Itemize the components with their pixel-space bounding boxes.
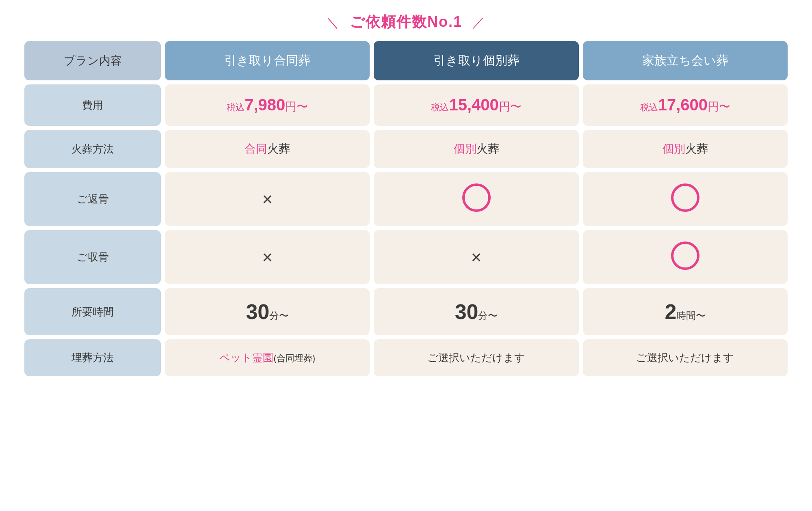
circle-mark-icon: [671, 183, 699, 212]
time-plan3: 2時間〜: [583, 288, 788, 335]
cost-row: 費用 税込7,980円〜 税込15,400円〜 税込17,600円〜: [24, 84, 788, 126]
x-mark-icon: ×: [262, 247, 273, 267]
header-plan3: 家族立ち会い葬: [583, 41, 788, 80]
page-wrapper: ＼ ご依頼件数No.1 ／ プラン内容 引き取り合同葬 引き取り個別葬 家族立ち…: [8, 8, 804, 392]
header-plan1: 引き取り合同葬: [165, 41, 370, 80]
burial-plan2: ご選択いただけます: [374, 339, 578, 376]
banner-text: ＼ ご依頼件数No.1 ／: [326, 13, 486, 30]
collect-bones-row: ご収骨 × ×: [24, 230, 788, 284]
collect-bones-plan1: ×: [165, 230, 370, 284]
comparison-table: プラン内容 引き取り合同葬 引き取り個別葬 家族立ち会い葬 費用 税込7,980…: [20, 37, 792, 380]
burial-label: 埋葬方法: [24, 339, 161, 376]
top-banner: ＼ ご依頼件数No.1 ／: [20, 12, 792, 32]
burial-plan3: ご選択いただけます: [583, 339, 788, 376]
collect-bones-plan3: [583, 230, 788, 284]
header-label: プラン内容: [24, 41, 161, 80]
fire-plan2: 個別火葬: [374, 130, 578, 168]
fire-row: 火葬方法 合同火葬 個別火葬 個別火葬: [24, 130, 788, 168]
fire-plan1: 合同火葬: [165, 130, 370, 168]
circle-mark-icon: [671, 241, 699, 270]
time-plan2: 30分〜: [374, 288, 578, 335]
burial-row: 埋葬方法 ペット霊園(合同埋葬) ご選択いただけます ご選択いただけます: [24, 339, 788, 376]
return-bones-label: ご返骨: [24, 172, 161, 226]
fire-plan3: 個別火葬: [583, 130, 788, 168]
circle-mark-icon: [462, 183, 491, 212]
collect-bones-label: ご収骨: [24, 230, 161, 284]
burial-plan1: ペット霊園(合同埋葬): [165, 339, 370, 376]
return-bones-plan1: ×: [165, 172, 370, 226]
time-row: 所要時間 30分〜 30分〜 2時間〜: [24, 288, 788, 335]
x-mark-icon: ×: [471, 247, 482, 267]
cost-plan2: 税込15,400円〜: [374, 84, 578, 126]
x-mark-icon: ×: [262, 189, 273, 209]
return-bones-plan2: [374, 172, 578, 226]
cost-plan3: 税込17,600円〜: [583, 84, 788, 126]
time-label: 所要時間: [24, 288, 161, 335]
return-bones-plan3: [583, 172, 788, 226]
slash-right-icon: ／: [472, 15, 486, 30]
collect-bones-plan2: ×: [374, 230, 578, 284]
header-row: プラン内容 引き取り合同葬 引き取り個別葬 家族立ち会い葬: [24, 41, 788, 80]
fire-label: 火葬方法: [24, 130, 161, 168]
cost-plan1: 税込7,980円〜: [165, 84, 370, 126]
return-bones-row: ご返骨 ×: [24, 172, 788, 226]
time-plan1: 30分〜: [165, 288, 370, 335]
header-plan2: 引き取り個別葬: [374, 41, 578, 80]
slash-left-icon: ＼: [326, 15, 340, 30]
cost-label: 費用: [24, 84, 161, 126]
